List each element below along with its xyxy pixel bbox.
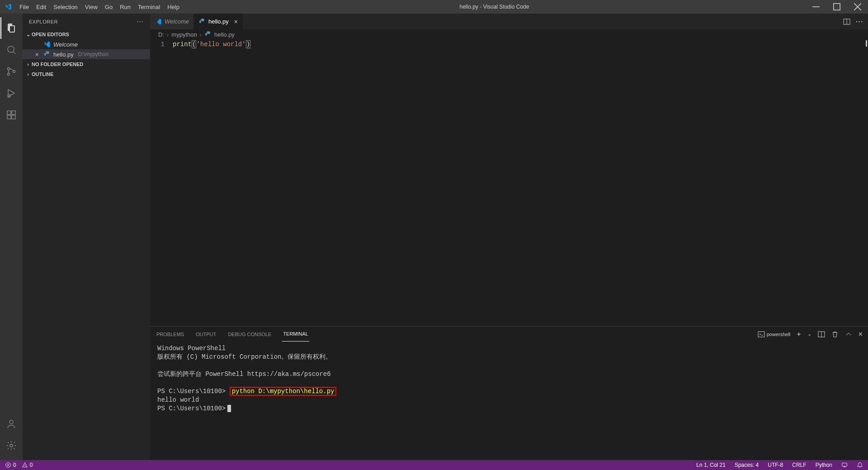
svg-rect-8	[7, 115, 11, 119]
breadcrumb-file[interactable]: hello.py	[214, 31, 235, 38]
python-file-icon	[204, 31, 212, 38]
error-icon	[5, 462, 11, 468]
terminal-shell-selector[interactable]: powershell	[758, 331, 791, 338]
editor-area: Welcome hello.py × ··· D: › mypython › h…	[150, 14, 868, 460]
status-language[interactable]: Python	[814, 462, 834, 468]
explorer-icon[interactable]	[0, 17, 22, 39]
menu-edit[interactable]: Edit	[33, 0, 50, 14]
token-paren-open: (	[192, 40, 196, 48]
window-title: hello.py - Visual Studio Code	[183, 4, 806, 10]
terminal-shell-label: powershell	[767, 332, 791, 337]
close-icon[interactable]: ×	[35, 51, 41, 58]
status-bar: 0 0 Ln 1, Col 21 Spaces: 4 UTF-8 CRLF Py…	[0, 460, 868, 470]
status-ln-col[interactable]: Ln 1, Col 21	[695, 462, 727, 468]
tab-welcome-label: Welcome	[165, 18, 189, 25]
maximize-button[interactable]	[826, 0, 847, 14]
menu-run[interactable]: Run	[116, 0, 134, 14]
panel-tab-debug-console[interactable]: DEBUG CONSOLE	[227, 327, 272, 342]
code-editor[interactable]: 1 print('hello world')	[150, 39, 868, 326]
breadcrumb[interactable]: D: › mypython › hello.py	[150, 29, 868, 39]
section-no-folder[interactable]: › NO FOLDER OPENED	[23, 59, 150, 69]
svg-point-12	[10, 444, 13, 447]
status-feedback-icon[interactable]	[840, 462, 849, 468]
close-button[interactable]	[847, 0, 868, 14]
status-eol[interactable]: CRLF	[791, 462, 807, 468]
python-file-icon	[43, 51, 51, 58]
terminal-dropdown-icon[interactable]: ⌄	[807, 331, 811, 337]
terminal-command-highlight: python D:\mypython\hello.py	[230, 387, 337, 396]
svg-rect-17	[842, 463, 847, 466]
menu-help[interactable]: Help	[164, 0, 183, 14]
tab-welcome[interactable]: Welcome	[150, 14, 194, 29]
sidebar-title-label: EXPLORER	[29, 19, 58, 24]
terminal-prompt: PS C:\Users\10100>	[157, 388, 226, 395]
status-errors[interactable]: 0	[4, 462, 18, 468]
minimap[interactable]	[866, 40, 867, 47]
status-encoding[interactable]: UTF-8	[766, 462, 784, 468]
python-file-icon	[198, 18, 206, 25]
open-editor-welcome[interactable]: Welcome	[23, 39, 150, 49]
editor-tabs: Welcome hello.py × ···	[150, 14, 868, 29]
sidebar-explorer: EXPLORER ··· ⌄ OPEN EDITORS Welcome × he…	[23, 14, 150, 460]
status-bell-icon[interactable]	[855, 462, 864, 468]
accounts-icon[interactable]	[0, 413, 22, 435]
token-function: print	[173, 41, 192, 48]
terminal-line: Windows PowerShell	[157, 345, 226, 352]
chevron-down-icon: ⌄	[24, 32, 32, 38]
source-control-icon[interactable]	[0, 61, 22, 82]
close-panel-icon[interactable]: ×	[859, 330, 863, 338]
minimize-button[interactable]	[806, 0, 826, 14]
tab-hello[interactable]: hello.py ×	[194, 14, 243, 29]
line-number: 1	[150, 40, 165, 49]
chevron-right-icon: ›	[24, 62, 32, 67]
search-icon[interactable]	[0, 39, 22, 61]
window-controls	[806, 0, 868, 14]
sidebar-more-icon[interactable]: ···	[137, 19, 144, 24]
new-terminal-icon[interactable]: +	[797, 330, 801, 338]
code-content[interactable]: print('hello world')	[173, 39, 868, 326]
svg-rect-10	[12, 111, 15, 114]
section-no-folder-label: NO FOLDER OPENED	[32, 62, 83, 67]
editor-more-icon[interactable]: ···	[856, 18, 863, 25]
chevron-right-icon: ›	[24, 71, 32, 77]
panel-tab-output[interactable]: OUTPUT	[195, 327, 217, 342]
menu-terminal[interactable]: Terminal	[134, 0, 164, 14]
sidebar-title: EXPLORER ···	[23, 14, 150, 29]
terminal-line: 版权所有 (C) Microsoft Corporation。保留所有权利。	[157, 353, 332, 361]
breadcrumb-folder[interactable]: mypython	[171, 31, 197, 38]
menu-view[interactable]: View	[81, 0, 101, 14]
split-editor-icon[interactable]	[843, 18, 850, 25]
token-string: 'hello world'	[196, 41, 245, 48]
activity-bar	[0, 14, 23, 460]
titlebar: File Edit Selection View Go Run Terminal…	[0, 0, 868, 14]
terminal-output: hello world	[157, 396, 199, 404]
maximize-panel-icon[interactable]	[845, 331, 852, 338]
open-editor-hello[interactable]: × hello.py D:\mypython	[23, 49, 150, 59]
menu-file[interactable]: File	[16, 0, 33, 14]
panel-tab-terminal[interactable]: TERMINAL	[282, 327, 309, 342]
svg-rect-0	[812, 6, 820, 7]
menu-selection[interactable]: Selection	[50, 0, 81, 14]
tab-close-icon[interactable]: ×	[234, 18, 238, 25]
status-warnings[interactable]: 0	[20, 462, 34, 468]
chevron-right-icon: ›	[167, 31, 169, 38]
split-terminal-icon[interactable]	[818, 331, 825, 338]
menu-go[interactable]: Go	[101, 0, 116, 14]
terminal-body[interactable]: Windows PowerShell 版权所有 (C) Microsoft Co…	[150, 342, 868, 460]
vscode-logo-icon	[0, 3, 16, 10]
settings-gear-icon[interactable]	[0, 435, 22, 456]
breadcrumb-root[interactable]: D:	[158, 31, 164, 38]
run-debug-icon[interactable]	[0, 82, 22, 104]
section-outline[interactable]: › OUTLINE	[23, 69, 150, 79]
section-outline-label: OUTLINE	[32, 71, 53, 77]
status-spaces[interactable]: Spaces: 4	[733, 462, 760, 468]
panel-tab-problems[interactable]: PROBLEMS	[156, 327, 185, 342]
svg-point-2	[8, 46, 14, 52]
extensions-icon[interactable]	[0, 104, 22, 126]
status-errors-count: 0	[13, 462, 16, 468]
section-open-editors[interactable]: ⌄ OPEN EDITORS	[23, 29, 150, 39]
terminal-prompt: PS C:\Users\10100>	[157, 405, 226, 412]
line-number-gutter: 1	[150, 39, 173, 326]
status-warnings-count: 0	[30, 462, 33, 468]
kill-terminal-icon[interactable]	[831, 331, 839, 338]
